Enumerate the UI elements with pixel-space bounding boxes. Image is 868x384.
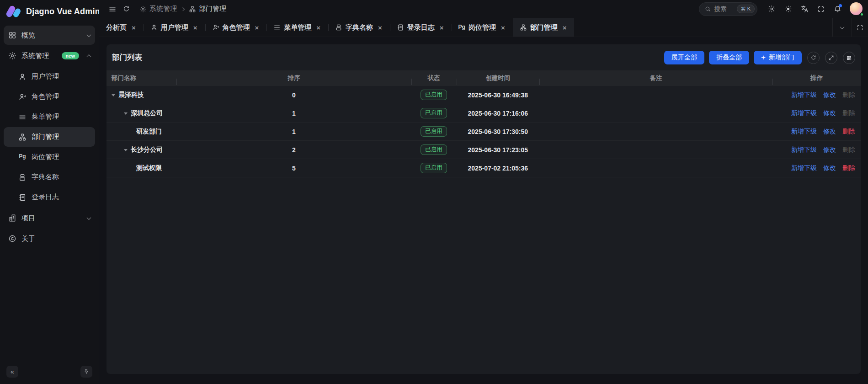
cell-dept-name: 测试权限 <box>107 164 176 172</box>
edit-link[interactable]: 修改 <box>823 109 836 117</box>
add-child-link[interactable]: 新增下级 <box>791 91 817 99</box>
sidebar-menu: 概览 系统管理 new 用户管理 角色管理 菜单管理 部门管理 Pg 岗位管理 … <box>0 23 99 361</box>
tab-user-management[interactable]: 用户管理 × <box>144 18 205 37</box>
logo[interactable]: Djagno Vue Admin <box>0 0 99 23</box>
add-child-link[interactable]: 新增下级 <box>791 128 817 136</box>
tab-list: 分析页 × 用户管理 × 角色管理 × 菜单管理 × 字典名称 × 登录日志 ×… <box>99 18 832 37</box>
breadcrumb-item-system[interactable]: 系统管理 <box>139 5 177 13</box>
notifications-button[interactable] <box>831 2 844 16</box>
add-child-link[interactable]: 新增下级 <box>791 164 817 172</box>
edit-link[interactable]: 修改 <box>823 146 836 154</box>
cell-status: 已启用 <box>411 163 457 173</box>
project-icon <box>8 214 16 222</box>
add-child-link[interactable]: 新增下级 <box>791 109 817 117</box>
settings-button[interactable] <box>765 2 778 16</box>
sidebar-submenu: 用户管理 角色管理 菜单管理 部门管理 Pg 岗位管理 字典名称 登录日志 <box>4 67 95 207</box>
tab-role-management[interactable]: 角色管理 × <box>205 18 267 37</box>
translate-icon <box>801 5 809 13</box>
tabbar: 分析页 × 用户管理 × 角色管理 × 菜单管理 × 字典名称 × 登录日志 ×… <box>99 18 868 37</box>
gear-icon <box>139 5 147 13</box>
cell-actions: 新增下级 修改 删除 <box>772 109 861 117</box>
table-header: 部门名称 排序 状态 创建时间 备注 操作 <box>107 70 861 86</box>
gear-icon <box>768 5 776 13</box>
sidebar-item-project[interactable]: 项目 <box>4 208 95 228</box>
expand-icon <box>828 55 834 61</box>
sidebar-item-role-management[interactable]: 角色管理 <box>4 87 95 107</box>
tab-menu-management[interactable]: 菜单管理 × <box>266 18 328 37</box>
close-icon[interactable]: × <box>377 24 383 32</box>
theme-toggle-button[interactable] <box>781 2 795 16</box>
caret-down-icon[interactable] <box>124 149 128 151</box>
tab-dict-name[interactable]: 字典名称 × <box>328 18 390 37</box>
chevron-up-icon <box>87 54 91 59</box>
global-search[interactable]: ⌘ K <box>699 2 757 16</box>
caret-down-icon[interactable] <box>112 94 115 96</box>
log-icon <box>397 24 404 31</box>
sidebar-toggle-button[interactable] <box>106 2 119 16</box>
close-icon[interactable]: × <box>562 24 568 32</box>
close-icon[interactable]: × <box>192 24 198 32</box>
sidebar-item-menu-management[interactable]: 菜单管理 <box>4 107 95 127</box>
tab-post-management[interactable]: Pg 岗位管理 × <box>452 18 513 37</box>
cell-dept-name: 研发部门 <box>107 128 176 136</box>
sidebar-item-login-log[interactable]: 登录日志 <box>4 187 95 207</box>
dept-icon <box>18 133 27 141</box>
add-child-link[interactable]: 新增下级 <box>791 146 817 154</box>
collapse-all-button[interactable]: 折叠全部 <box>709 51 749 64</box>
cell-created-time: 2025-06-30 17:16:06 <box>457 110 540 117</box>
tab-list-dropdown-button[interactable] <box>832 18 852 37</box>
user-icon <box>18 73 27 81</box>
table-fullscreen-button[interactable] <box>825 52 837 64</box>
language-button[interactable] <box>798 2 811 16</box>
new-badge: new <box>62 52 79 59</box>
column-settings-button[interactable] <box>843 52 855 64</box>
plus-icon: + <box>761 53 766 61</box>
sidebar-item-dict-name[interactable]: 字典名称 <box>4 167 95 187</box>
breadcrumb-item-dept[interactable]: 部门管理 <box>189 5 226 13</box>
close-icon[interactable]: × <box>439 24 445 32</box>
table-body: 晨泽科技 0 已启用 2025-06-30 16:49:38 新增下级 修改 删… <box>107 86 861 177</box>
fullscreen-button[interactable] <box>814 2 828 16</box>
column-remark: 备注 <box>539 74 772 82</box>
close-icon[interactable]: × <box>254 24 260 32</box>
search-icon <box>704 5 711 12</box>
sidebar-item-user-management[interactable]: 用户管理 <box>4 67 95 86</box>
sidebar-collapse-button[interactable]: « <box>6 366 18 378</box>
edit-link[interactable]: 修改 <box>823 128 836 136</box>
sidebar-item-system-management[interactable]: 系统管理 new <box>4 46 95 65</box>
add-dept-button[interactable]: + 新增部门 <box>754 51 802 64</box>
user-avatar[interactable] <box>850 2 863 16</box>
dept-table: 部门名称 排序 状态 创建时间 备注 操作 晨泽科技 0 已启用 2025-06… <box>107 70 861 177</box>
sidebar-item-about[interactable]: 关于 <box>4 229 95 248</box>
search-input[interactable] <box>714 5 734 12</box>
close-icon[interactable]: × <box>131 24 137 32</box>
refresh-page-button[interactable] <box>119 2 133 16</box>
refresh-icon <box>810 55 816 61</box>
close-icon[interactable]: × <box>315 24 321 32</box>
tab-dept-management[interactable]: 部门管理 × <box>513 18 575 37</box>
table-row: 研发部门 1 已启用 2025-06-30 17:30:50 新增下级 修改 删… <box>107 123 861 141</box>
edit-link[interactable]: 修改 <box>823 91 836 99</box>
tab-login-log[interactable]: 登录日志 × <box>390 18 452 37</box>
sidebar-item-overview[interactable]: 概览 <box>4 26 95 45</box>
caret-down-icon[interactable] <box>124 112 128 115</box>
cell-actions: 新增下级 修改 删除 <box>772 164 861 172</box>
hamburger-icon <box>108 5 117 13</box>
table-refresh-button[interactable] <box>807 52 820 64</box>
sidebar-pin-button[interactable] <box>80 366 92 378</box>
content-maximize-button[interactable] <box>852 18 868 37</box>
close-icon[interactable]: × <box>500 24 506 32</box>
tab-analysis[interactable]: 分析页 × <box>99 18 144 37</box>
expand-all-button[interactable]: 展开全部 <box>664 51 704 64</box>
user-icon <box>150 24 158 31</box>
edit-link[interactable]: 修改 <box>823 164 836 172</box>
delete-link[interactable]: 删除 <box>842 164 855 172</box>
sidebar-item-dept-management[interactable]: 部门管理 <box>4 127 95 147</box>
card-header: 部门列表 展开全部 折叠全部 + 新增部门 <box>107 44 861 70</box>
cell-sort: 1 <box>176 128 411 135</box>
sidebar-item-post-management[interactable]: Pg 岗位管理 <box>4 147 95 167</box>
maximize-icon <box>857 24 863 31</box>
delete-link[interactable]: 删除 <box>842 128 855 136</box>
column-dept-name: 部门名称 <box>107 74 176 82</box>
dept-icon <box>189 5 196 13</box>
